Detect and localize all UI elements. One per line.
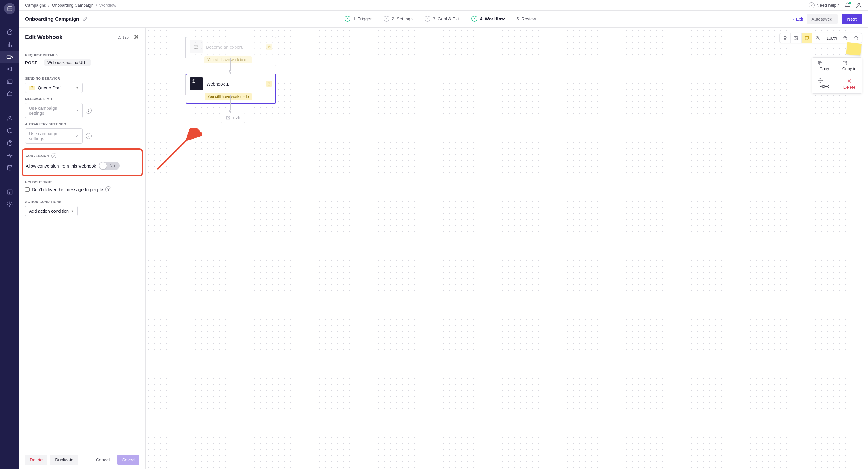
svg-rect-0 — [8, 7, 12, 11]
nav-activity-icon[interactable] — [0, 149, 19, 162]
breadcrumb: Campaigns / Onboarding Campaign / Workfl… — [25, 3, 116, 8]
request-row: POST · Webhook has no URL — [25, 59, 140, 66]
copy-action[interactable]: Copy — [812, 58, 837, 75]
node-action-menu: Copy Copy to Move ✕Delete — [812, 57, 862, 94]
edit-title-icon[interactable] — [83, 17, 87, 22]
nav-data-icon[interactable] — [0, 162, 19, 174]
image-icon[interactable] — [790, 33, 802, 43]
breadcrumb-campaigns[interactable]: Campaigns — [25, 3, 46, 8]
autosaved-badge: Autosaved! — [807, 14, 838, 24]
svg-line-24 — [818, 39, 819, 40]
panel-header: Edit Webhook ID: 125 ✕ — [19, 28, 145, 45]
bell-icon[interactable] — [844, 2, 850, 8]
http-method: POST — [25, 60, 37, 65]
nav-segments-icon[interactable] — [0, 137, 19, 149]
svg-point-12 — [7, 165, 12, 167]
tab-review[interactable]: 5. Review — [516, 11, 536, 27]
search-icon[interactable] — [851, 33, 862, 43]
svg-line-27 — [846, 39, 847, 40]
topbar-right: ? Need help? — [809, 2, 862, 8]
caret-down-icon: ▼ — [76, 86, 79, 89]
header-actions: ‹Exit Autosaved! Next — [793, 14, 862, 24]
tab-trigger[interactable]: ✓1. Trigger — [345, 11, 371, 27]
section-conversion: CONVERSION ? — [26, 153, 139, 158]
check-icon: ✓ — [425, 15, 430, 22]
nav-analytics-icon[interactable] — [0, 38, 19, 51]
campaign-title: Onboarding Campaign — [25, 16, 87, 22]
webhook-icon — [190, 77, 203, 90]
saved-button[interactable]: Saved — [117, 455, 140, 465]
profile-icon[interactable] — [856, 2, 862, 8]
breadcrumb-campaign-name[interactable]: Onboarding Campaign — [52, 3, 94, 8]
lightbulb-icon[interactable] — [780, 33, 790, 43]
zoom-in-icon[interactable] — [840, 33, 851, 43]
svg-point-22 — [795, 37, 796, 38]
nav-objects-icon[interactable] — [0, 125, 19, 137]
app-logo[interactable] — [4, 3, 16, 14]
tab-workflow[interactable]: ✓4. Workflow — [471, 11, 504, 27]
conversion-toggle-row: Allow conversion from this webhook No — [26, 162, 139, 170]
help-icon[interactable]: ? — [86, 108, 92, 113]
exit-icon — [226, 115, 230, 120]
copy-icon — [817, 61, 831, 66]
sticky-note-icon[interactable] — [802, 33, 812, 43]
left-nav — [0, 0, 19, 469]
svg-point-17 — [858, 3, 860, 5]
workflow-canvas[interactable]: 100% Copy Copy to Move ✕Delete — [146, 28, 868, 469]
message-limit-dropdown[interactable]: Use campaign settings — [25, 103, 83, 118]
draft-icon — [266, 81, 272, 87]
panel-title: Edit Webhook — [25, 34, 62, 40]
cancel-button[interactable]: Cancel — [91, 455, 115, 465]
copy-to-action[interactable]: Copy to — [837, 58, 862, 75]
delete-action[interactable]: ✕Delete — [837, 75, 862, 93]
sticky-note[interactable] — [846, 42, 862, 56]
next-button[interactable]: Next — [842, 14, 862, 24]
delete-icon: ✕ — [842, 78, 857, 85]
zoom-out-icon[interactable] — [812, 33, 824, 43]
help-icon[interactable]: ? — [105, 187, 111, 192]
delete-button[interactable]: Delete — [25, 455, 47, 465]
panel-body: REQUEST DETAILS POST · Webhook has no UR… — [19, 45, 145, 450]
nav-settings-icon[interactable] — [0, 198, 19, 211]
need-help-link[interactable]: ? Need help? — [809, 2, 839, 8]
exit-link[interactable]: ‹Exit — [793, 16, 803, 22]
conversion-toggle[interactable]: No — [99, 162, 120, 170]
webhook-node[interactable]: Webhook 1 You still have work to do — [186, 74, 276, 104]
section-holdout: HOLDOUT TEST — [25, 180, 140, 184]
webhook-id[interactable]: ID: 125 — [116, 35, 129, 39]
question-icon: ? — [809, 2, 814, 8]
tab-settings[interactable]: ✓2. Settings — [383, 11, 413, 27]
nav-people-icon[interactable] — [0, 112, 19, 125]
move-action[interactable]: Move — [812, 75, 837, 93]
email-node[interactable]: Become an expert... You still have work … — [186, 37, 276, 66]
nav-content-icon[interactable] — [0, 186, 19, 198]
conversion-highlight-box: CONVERSION ? Allow conversion from this … — [22, 148, 143, 176]
duplicate-button[interactable]: Duplicate — [50, 455, 78, 465]
svg-rect-41 — [268, 82, 270, 85]
autoretry-dropdown[interactable]: Use campaign settings — [25, 128, 83, 144]
sending-behavior-dropdown[interactable]: Queue Draft ▼ — [25, 82, 83, 93]
no-url-badge: Webhook has no URL — [44, 59, 91, 66]
help-icon[interactable]: ? — [51, 153, 56, 158]
nav-deliveries-icon[interactable] — [0, 88, 19, 100]
zoom-level: 100% — [824, 33, 840, 43]
close-icon[interactable]: ✕ — [133, 33, 140, 41]
content-row: Edit Webhook ID: 125 ✕ REQUEST DETAILS P… — [19, 28, 868, 469]
svg-line-43 — [228, 116, 230, 118]
edit-panel: Edit Webhook ID: 125 ✕ REQUEST DETAILS P… — [19, 28, 146, 469]
nav-campaigns-icon[interactable] — [0, 51, 19, 63]
add-condition-dropdown[interactable]: Add action condition ▼ — [25, 206, 78, 216]
main-area: Campaigns / Onboarding Campaign / Workfl… — [19, 0, 868, 469]
nav-dashboard-icon[interactable] — [0, 26, 19, 38]
tab-goal-exit[interactable]: ✓3. Goal & Exit — [425, 11, 460, 27]
move-icon — [817, 78, 831, 83]
step-header: Onboarding Campaign ✓1. Trigger ✓2. Sett… — [19, 11, 868, 28]
section-autoretry: AUTO-RETRY SETTINGS — [25, 123, 140, 126]
exit-node[interactable]: Exit — [221, 113, 245, 123]
caret-down-icon: ▼ — [71, 210, 74, 213]
help-icon[interactable]: ? — [86, 133, 92, 139]
holdout-checkbox[interactable] — [25, 187, 30, 192]
nav-broadcasts-icon[interactable] — [0, 63, 19, 75]
nav-transactional-icon[interactable] — [0, 75, 19, 88]
chevron-down-icon — [75, 108, 79, 113]
